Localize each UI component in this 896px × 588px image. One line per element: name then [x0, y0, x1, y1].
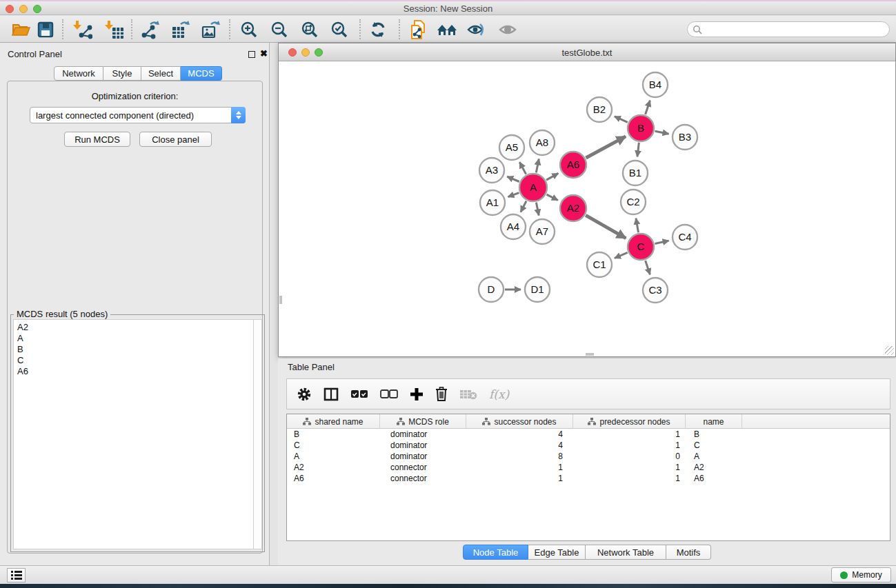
table-cell-predecessor_nodes[interactable]: 1	[573, 440, 686, 451]
table-row[interactable]: Adominator80A	[287, 451, 890, 462]
column-header-predecessor-nodes[interactable]: predecessor nodes	[573, 414, 686, 429]
mcds-result-item[interactable]: A2	[17, 322, 253, 333]
table-cell-predecessor_nodes[interactable]: 1	[573, 473, 686, 484]
table-cell-successor_nodes[interactable]: 4	[466, 429, 573, 440]
table-cell-shared_name[interactable]: C	[287, 440, 380, 451]
select-all-button[interactable]	[350, 389, 368, 398]
column-header-successor-nodes[interactable]: successor nodes	[466, 414, 573, 429]
graph-edge-A-A7[interactable]	[536, 203, 539, 216]
graph-edge-A-A8[interactable]	[536, 159, 539, 173]
table-cell-successor_nodes[interactable]: 4	[466, 440, 573, 451]
graph-edge-A-A2[interactable]	[547, 194, 558, 200]
tab-mcds[interactable]: MCDS	[181, 66, 222, 81]
graph-edge-B-B3[interactable]	[655, 131, 669, 134]
graph-edge-A-A3[interactable]	[507, 176, 519, 181]
table-cell-predecessor_nodes[interactable]: 1	[573, 462, 686, 473]
open-session-button[interactable]	[9, 19, 32, 40]
save-session-button[interactable]	[34, 19, 57, 40]
table-row[interactable]: A6connector11A6	[287, 473, 890, 484]
zoom-selected-button[interactable]	[328, 19, 351, 40]
table-row[interactable]: Bdominator41B	[287, 429, 890, 440]
column-header-name[interactable]: name	[686, 414, 742, 429]
graph-edge-A-A5[interactable]	[519, 162, 526, 174]
graph-edge-A-A6[interactable]	[546, 173, 558, 180]
tab-style[interactable]: Style	[103, 66, 141, 81]
memory-button[interactable]: Memory	[831, 567, 891, 582]
criterion-select[interactable]: largest connected component (directed)	[30, 107, 246, 123]
table-cell-successor_nodes[interactable]: 1	[466, 473, 573, 484]
table-cell-name[interactable]: A2	[686, 462, 742, 473]
table-cell-name[interactable]: B	[686, 429, 742, 440]
table-cell-predecessor_nodes[interactable]: 1	[573, 429, 686, 440]
graph-edge-C-C4[interactable]	[655, 241, 669, 243]
window-resize-grip[interactable]	[885, 346, 894, 355]
deselect-all-button[interactable]	[380, 389, 398, 398]
table-cell-successor_nodes[interactable]: 1	[466, 462, 573, 473]
table-cell-name[interactable]: A6	[686, 473, 742, 484]
search-input[interactable]	[687, 21, 890, 37]
add-column-button[interactable]	[410, 387, 424, 401]
clone-network-button[interactable]	[407, 19, 430, 40]
table-row[interactable]: Cdominator41C	[287, 440, 890, 451]
float-panel-icon[interactable]	[248, 51, 255, 58]
graph-edge-A2-C[interactable]	[586, 215, 626, 238]
network-horizontal-scroll-thumb[interactable]	[586, 353, 594, 356]
settings-gear-button[interactable]	[297, 387, 312, 402]
graph-edge-A-A1[interactable]	[508, 193, 519, 197]
table-cell-name[interactable]: C	[686, 440, 742, 451]
table-cell-mcds_role[interactable]: connector	[380, 473, 466, 484]
run-mcds-button[interactable]: Run MCDS	[64, 132, 130, 147]
network-vertical-scroll-thumb[interactable]	[279, 296, 282, 304]
graph-edge-A-A4[interactable]	[521, 201, 526, 212]
tab-edge-table[interactable]: Edge Table	[528, 545, 586, 560]
mcds-result-item[interactable]: B	[17, 344, 253, 355]
table-cell-mcds_role[interactable]: dominator	[380, 440, 466, 451]
graph-edge-A6-B[interactable]	[586, 136, 626, 158]
graph-edge-B-B2[interactable]	[615, 116, 628, 123]
show-hide-panel-button[interactable]	[496, 19, 519, 40]
import-network-button[interactable]	[71, 19, 94, 40]
export-table-button[interactable]	[169, 19, 192, 40]
export-image-button[interactable]	[199, 19, 223, 40]
mcds-result-scrollbar[interactable]	[253, 319, 262, 549]
column-header-shared-name[interactable]: shared name	[287, 414, 380, 429]
delete-table-button[interactable]	[459, 389, 477, 400]
graph-edge-C-C2[interactable]	[636, 219, 639, 233]
table-cell-predecessor_nodes[interactable]: 0	[573, 451, 686, 462]
table-cell-mcds_role[interactable]: dominator	[380, 429, 466, 440]
table-cell-shared_name[interactable]: A6	[287, 473, 380, 484]
mcds-result-item[interactable]: C	[17, 355, 253, 366]
network-window-title-bar[interactable]: testGlobe.txt	[279, 43, 895, 61]
mcds-result-item[interactable]: A	[17, 333, 253, 344]
zoom-in-button[interactable]	[237, 19, 261, 40]
tab-motifs[interactable]: Motifs	[666, 545, 711, 560]
graph-edge-B-B1[interactable]	[637, 143, 639, 156]
table-cell-successor_nodes[interactable]: 8	[466, 451, 573, 462]
graph-edge-B-B4[interactable]	[646, 101, 650, 114]
graph-edge-C-C3[interactable]	[646, 261, 650, 274]
network-canvas[interactable]: AA1A2A3A4A5A6A7A8BB1B2B3B4CC1C2C3C4DD1	[279, 62, 895, 356]
function-builder-button[interactable]: f(x)	[489, 387, 509, 401]
close-panel-button[interactable]: Close panel	[139, 132, 212, 147]
mcds-result-list[interactable]: A2ABCA6	[13, 319, 253, 549]
tab-node-table[interactable]: Node Table	[463, 545, 528, 560]
table-cell-shared_name[interactable]: A2	[287, 462, 380, 473]
tab-network[interactable]: Network	[54, 66, 103, 81]
export-network-button[interactable]	[139, 19, 162, 40]
refresh-layout-button[interactable]	[366, 19, 390, 40]
table-cell-mcds_role[interactable]: connector	[380, 462, 466, 473]
mcds-result-item[interactable]: A6	[17, 366, 253, 377]
graph-edge-C-C1[interactable]	[615, 252, 628, 258]
table-cell-name[interactable]: A	[686, 451, 742, 462]
column-header-mcds-role[interactable]: MCDS role	[380, 414, 466, 429]
table-row[interactable]: A2connector11A2	[287, 462, 890, 473]
show-columns-button[interactable]	[323, 387, 339, 401]
zoom-fit-button[interactable]	[298, 19, 321, 40]
table-cell-shared_name[interactable]: A	[287, 451, 380, 462]
home-button[interactable]	[435, 19, 459, 40]
import-table-button[interactable]	[103, 19, 126, 40]
table-cell-shared_name[interactable]: B	[287, 429, 380, 440]
task-history-button[interactable]	[7, 568, 26, 582]
delete-column-button[interactable]	[435, 387, 448, 401]
close-panel-icon[interactable]: ✖	[260, 48, 268, 59]
